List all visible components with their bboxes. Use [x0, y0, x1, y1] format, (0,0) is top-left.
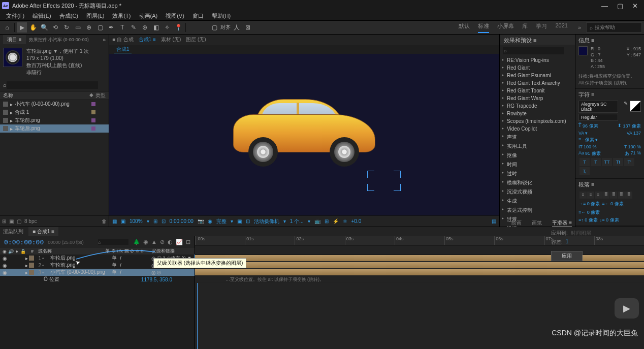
menu-item[interactable]: 帮助(H) — [209, 12, 234, 20]
project-item[interactable]: ▸车轮后.png — [0, 124, 109, 133]
tl-shy-icon[interactable]: ▲ — [151, 239, 157, 245]
pan-behind-tool[interactable]: ⊕ — [84, 22, 94, 33]
paint-tab[interactable]: 绘画 — [511, 219, 522, 227]
eraser-tool[interactable]: ◧ — [151, 22, 161, 33]
tl-graph-icon[interactable]: 📈 — [176, 239, 183, 245]
project-search[interactable] — [7, 81, 98, 89]
vc-icon4[interactable]: ⚡ — [333, 218, 339, 224]
exposure[interactable]: +0.0 — [351, 218, 362, 224]
vis-col[interactable]: ◉ — [2, 249, 7, 254]
clone-tool[interactable]: ⊛ — [140, 22, 150, 33]
effect-category[interactable]: 过时 — [500, 169, 575, 178]
workspace-tab[interactable]: 默认 — [459, 22, 470, 33]
snap-toggle[interactable]: ▢ — [209, 22, 219, 33]
selection-tool[interactable]: ▶ — [17, 22, 27, 33]
puppet-tool[interactable]: 📍 — [173, 22, 183, 33]
char-style-btn[interactable]: T, — [579, 167, 590, 175]
project-item[interactable]: ▸车轮前.png — [0, 116, 109, 124]
switches-col[interactable]: 单 ※ \ fx 圖 ⊘ ⊙ ⊕ — [105, 248, 151, 255]
effect-category[interactable]: 沉浸式视频 — [500, 187, 575, 197]
project-list[interactable]: ▸小汽车 (0-00-00-00).png▸合成 1▸车轮前.png▸车轮后.p… — [0, 100, 109, 215]
effect-category[interactable]: Red Giant Text Anarchy — [500, 79, 575, 87]
home-icon[interactable]: ⌂ — [2, 22, 12, 33]
character-tab[interactable]: 字符 ≡ — [578, 91, 641, 99]
brush-tool[interactable]: ✎ — [128, 22, 139, 33]
workspace-tab[interactable]: 库 — [522, 22, 528, 33]
channel-icon[interactable]: ◉ — [208, 218, 212, 224]
effect-category[interactable]: 实用工具 — [500, 142, 575, 151]
effect-category[interactable]: Red Giant — [500, 64, 575, 72]
effects-search[interactable] — [503, 47, 564, 54]
layer-list[interactable]: ◉▸1▫车轮后.png单/◎◎ 3.小汽车 (0-▼◉▸2▫车轮前.png单/◎… — [0, 255, 195, 349]
comp-tab[interactable]: 合成1 ≡ — [139, 36, 156, 43]
tl-fx-icon[interactable]: ⊘ — [160, 239, 165, 245]
interpret-icon[interactable]: ⊞ — [2, 218, 6, 224]
current-time[interactable]: 0:00:00:00 — [4, 238, 44, 246]
v-scale[interactable]: 100 % — [584, 144, 597, 149]
tsume[interactable]: 71 % — [630, 150, 641, 157]
type-col[interactable]: 类型 — [95, 92, 106, 99]
effect-category[interactable]: 抠像 — [500, 151, 575, 160]
menu-item[interactable]: 编辑(E) — [29, 12, 54, 20]
tl-icon2[interactable]: ◉ — [143, 239, 148, 245]
transparency-icon[interactable]: ⊡ — [246, 218, 250, 224]
vc-icon1[interactable]: ▾ — [308, 218, 310, 224]
char-style-btn[interactable]: TT — [602, 158, 612, 166]
tl-mb-icon[interactable]: ◐ — [168, 239, 173, 245]
hand-tool[interactable]: ✋ — [28, 22, 38, 33]
menu-item[interactable]: 合成(C) — [56, 12, 81, 20]
vc-icon5[interactable]: ⚛ — [343, 218, 347, 224]
workspace-tab[interactable]: 学习 — [536, 22, 547, 33]
visibility-toggle[interactable]: ◉ — [2, 256, 7, 261]
resolution[interactable]: 完整 — [216, 218, 227, 225]
orbit-tool[interactable]: ⟲ — [50, 22, 60, 33]
align-left[interactable]: ≡ — [579, 192, 587, 199]
maximize-button[interactable]: ▢ — [617, 2, 623, 10]
viewer[interactable] — [109, 54, 499, 215]
selection-handle[interactable] — [367, 184, 374, 191]
res-icon[interactable]: ⊞ — [153, 218, 157, 224]
align-center[interactable]: ≡ — [587, 192, 594, 199]
panel-close-icon[interactable]: » — [103, 37, 106, 43]
layer-row[interactable]: ◉▸3▫小汽车 (0-00-00-00).png单/◎◎ — [0, 269, 195, 276]
fast-preview-icon[interactable]: ▤ — [492, 218, 496, 224]
snap-opt1[interactable]: 人 — [232, 22, 242, 33]
char-style-btn[interactable]: T — [591, 158, 601, 166]
effect-category[interactable]: Rowbyte — [500, 110, 575, 117]
effect-category[interactable]: 时间 — [500, 160, 575, 169]
label-col-icon[interactable]: ◆ — [89, 92, 93, 99]
layer-tab[interactable]: 图层 (无) — [186, 36, 206, 43]
menu-item[interactable]: 文件(F) — [3, 12, 27, 20]
char-style-btn[interactable]: Tt — [613, 158, 623, 166]
layer-track[interactable] — [195, 269, 644, 276]
comp-sub-tab[interactable]: 合成1 — [114, 46, 132, 53]
timeline-search[interactable] — [98, 239, 128, 245]
menu-item[interactable]: 视图(V) — [163, 12, 187, 20]
zoom-level[interactable]: 100% — [130, 218, 143, 224]
tl-icon1[interactable]: 🌲 — [133, 239, 140, 245]
align-right[interactable]: ≡ — [595, 192, 602, 199]
grid-icon[interactable]: ⊡ — [162, 218, 166, 224]
apply-button[interactable]: 应用 — [551, 251, 583, 261]
workspace-tab[interactable]: 2021 — [555, 22, 567, 33]
roto-tool[interactable]: ✧ — [162, 22, 172, 33]
minimize-button[interactable]: — — [601, 2, 608, 10]
h-scale[interactable]: 100 % — [628, 144, 641, 149]
parent-col[interactable]: 父级和链接 — [152, 248, 192, 255]
kerning[interactable]: ▾ — [585, 131, 588, 136]
effect-category[interactable]: 生成 — [500, 197, 575, 206]
rotate-tool[interactable]: ↻ — [61, 22, 72, 33]
close-button[interactable]: ✕ — [632, 2, 638, 10]
time-display[interactable]: 0:00:00:00 — [170, 218, 194, 224]
effects-tab[interactable]: 效果和预设 ≡ — [500, 35, 575, 45]
camera-tool[interactable]: ▭ — [73, 22, 83, 33]
new-folder-icon[interactable]: ▢ — [17, 218, 21, 224]
menu-item[interactable]: 动画(A) — [136, 12, 161, 20]
pickwhip-icon[interactable]: ◎ — [151, 270, 156, 275]
bpc-toggle[interactable]: 8 bpc — [24, 218, 37, 224]
effect-category[interactable]: 声道 — [500, 133, 575, 142]
project-item[interactable]: ▸合成 1 — [0, 108, 109, 116]
selection-handle[interactable] — [394, 171, 401, 178]
effect-category[interactable]: RG Trapcode — [500, 102, 575, 110]
stroke-width[interactable]: - 像素 ▾ — [582, 137, 598, 143]
